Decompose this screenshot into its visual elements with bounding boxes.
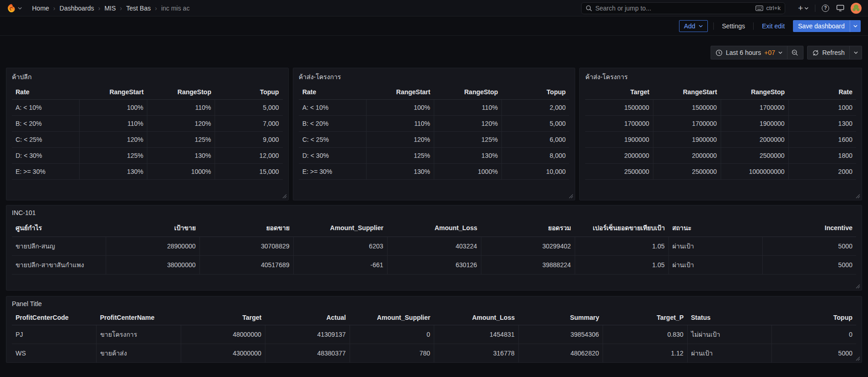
- table-cell: ผ่านเป้า: [687, 344, 772, 363]
- table-cell: C: < 25%: [12, 132, 80, 148]
- column-header[interactable]: Target: [181, 310, 265, 325]
- time-range-button[interactable]: Last 6 hours +07: [711, 46, 787, 59]
- column-header[interactable]: Topup: [215, 85, 283, 100]
- panel-resize-handle[interactable]: [856, 356, 860, 361]
- column-header[interactable]: Amount_Supplier: [350, 310, 434, 325]
- column-header[interactable]: RangeStop: [721, 85, 788, 100]
- avatar[interactable]: [851, 3, 862, 14]
- table-header-row: ProfitCenterCodeProfitCenterNameTargetAc…: [12, 310, 856, 325]
- column-header[interactable]: Rate: [299, 85, 367, 100]
- column-header[interactable]: RangeStart: [80, 85, 147, 100]
- table-cell: 2500000: [721, 148, 788, 164]
- table-cell: 8,000: [501, 148, 569, 164]
- column-header[interactable]: Status: [687, 310, 772, 325]
- panel-title[interactable]: ค้าปลีก: [6, 68, 288, 85]
- column-header[interactable]: Amount_Loss: [434, 310, 519, 325]
- panel-resize-handle[interactable]: [282, 194, 287, 199]
- panel-title[interactable]: ค้าส่ง-โครงการ: [293, 68, 575, 85]
- column-header[interactable]: RangeStop: [434, 85, 501, 100]
- table-cell: -661: [293, 256, 387, 275]
- add-panel-button[interactable]: Add: [679, 20, 708, 32]
- zoom-out-button[interactable]: [787, 46, 803, 59]
- table-cell: B: < 20%: [299, 116, 367, 132]
- search-input[interactable]: [595, 5, 753, 12]
- help-button[interactable]: ?: [821, 4, 830, 13]
- column-header[interactable]: Incentive: [762, 219, 856, 237]
- column-header[interactable]: Rate: [788, 85, 856, 100]
- data-table: RateRangeStartRangeStopTopupA: < 10%100%…: [299, 85, 570, 180]
- breadcrumb-item[interactable]: Test Bas: [126, 5, 151, 12]
- column-header[interactable]: ยอดรวม: [481, 219, 575, 237]
- panel-resize-handle[interactable]: [569, 194, 573, 199]
- divider: [753, 22, 754, 30]
- refresh-interval-dropdown-button[interactable]: [850, 46, 862, 59]
- table-cell: 48000000: [181, 325, 265, 344]
- column-header[interactable]: Amount_Supplier: [293, 219, 387, 237]
- column-header[interactable]: Summary: [518, 310, 603, 325]
- column-header[interactable]: Topup: [772, 310, 857, 325]
- panel-title[interactable]: ค้าส่ง-โครงการ: [580, 68, 862, 85]
- table-cell: 48380377: [265, 344, 350, 363]
- save-dashboard-dropdown-button[interactable]: [850, 20, 861, 32]
- table-cell: 1700000: [585, 116, 653, 132]
- column-header[interactable]: เปอร์เซ็นยอดขายเทียบเป้า: [575, 219, 669, 237]
- breadcrumb-item[interactable]: MIS: [104, 5, 116, 12]
- table-cell: 30708829: [199, 237, 293, 256]
- grafana-logo-button[interactable]: [6, 3, 22, 13]
- column-header[interactable]: Amount_Loss: [387, 219, 481, 237]
- table-cell: WS: [12, 344, 97, 363]
- dashboard-grid: ค้าปลีก RateRangeStartRangeStopTopupA: <…: [6, 68, 862, 363]
- table-row: 2500000250000010000000002000: [585, 164, 856, 180]
- table-cell: 0: [772, 325, 857, 344]
- table-cell: 780: [350, 344, 434, 363]
- column-header[interactable]: Topup: [501, 85, 569, 100]
- column-header[interactable]: Actual: [265, 310, 350, 325]
- column-header[interactable]: ยอดขาย: [199, 219, 293, 237]
- panel-retail: ค้าปลีก RateRangeStartRangeStopTopupA: <…: [6, 68, 289, 200]
- table-cell: 5000: [762, 256, 856, 275]
- breadcrumb-separator: ›: [53, 5, 55, 12]
- table-cell: 1500000: [653, 100, 721, 116]
- column-header[interactable]: ProfitCenterCode: [12, 310, 97, 325]
- refresh-button[interactable]: Refresh: [808, 46, 849, 59]
- save-dashboard-button[interactable]: Save dashboard: [793, 20, 850, 32]
- column-header[interactable]: RangeStart: [653, 85, 721, 100]
- monitor-icon: [836, 5, 844, 11]
- refresh-label: Refresh: [822, 49, 845, 56]
- data-table: RateRangeStartRangeStopTopupA: < 10%100%…: [12, 85, 283, 180]
- news-button[interactable]: [836, 4, 845, 12]
- table-cell: 0: [350, 325, 434, 344]
- new-menu-button[interactable]: +: [797, 4, 809, 12]
- search-box[interactable]: ctrl+k: [581, 2, 785, 14]
- top-navbar: Home›Dashboards›MIS›Test Bas›inc mis ac …: [0, 0, 868, 16]
- panel-title[interactable]: INC-101: [6, 205, 862, 219]
- clock-icon: [716, 49, 722, 56]
- table-cell: ขายปลีก-สาขาสันกำแพง: [12, 256, 106, 275]
- table-row: 2000000200000025000001800: [585, 148, 856, 164]
- column-header[interactable]: Target_P: [603, 310, 688, 325]
- breadcrumb: Home›Dashboards›MIS›Test Bas›inc mis ac: [32, 5, 577, 12]
- panel-resize-handle[interactable]: [856, 284, 860, 289]
- panel-title[interactable]: Panel Title: [6, 296, 862, 310]
- table-cell: A: < 10%: [299, 100, 367, 116]
- panel-resize-handle[interactable]: [856, 194, 860, 199]
- column-header[interactable]: ProfitCenterName: [97, 310, 181, 325]
- table-cell: ขายปลีก-สนญ: [12, 237, 106, 256]
- table-cell: 403224: [387, 237, 481, 256]
- settings-button[interactable]: Settings: [719, 20, 748, 32]
- table-row: E: >= 30%130%1000%15,000: [12, 164, 283, 180]
- table-cell: C: < 25%: [299, 132, 367, 148]
- column-header[interactable]: RangeStop: [147, 85, 215, 100]
- column-header[interactable]: Target: [585, 85, 653, 100]
- table-cell: 1700000: [653, 116, 721, 132]
- column-header[interactable]: สถานะ: [669, 219, 762, 237]
- table-cell: ผ่านเป้า: [669, 237, 762, 256]
- column-header[interactable]: Rate: [12, 85, 80, 100]
- column-header[interactable]: เป้าขาย: [106, 219, 199, 237]
- breadcrumb-item[interactable]: Dashboards: [59, 5, 94, 12]
- column-header[interactable]: ศูนย์กำไร: [12, 219, 106, 237]
- exit-edit-button[interactable]: Exit edit: [759, 20, 787, 32]
- edit-toolbar: Add Settings Exit edit Save dashboard: [0, 16, 868, 36]
- column-header[interactable]: RangeStart: [367, 85, 434, 100]
- breadcrumb-item[interactable]: Home: [32, 5, 49, 12]
